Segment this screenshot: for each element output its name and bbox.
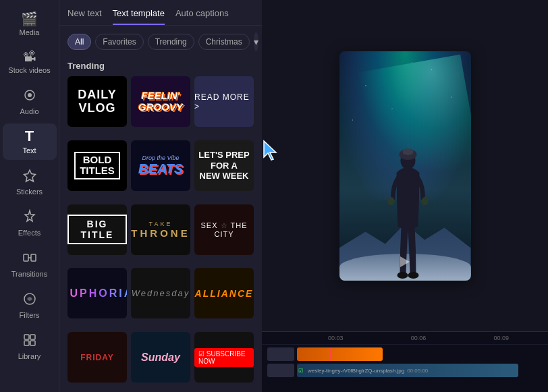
sidebar-label-transitions: Transitions xyxy=(11,270,47,278)
template-grid: DAILYVLOG FEELIN'GROOVY READ MORE > BOLD… xyxy=(59,76,262,392)
filter-christmas[interactable]: Christmas xyxy=(198,34,250,50)
effects-icon xyxy=(22,209,37,226)
svg-rect-7 xyxy=(24,341,29,345)
template-text: Drop the Vibe BEATS xyxy=(138,155,183,177)
media-icon: 🎬 xyxy=(21,12,38,26)
tab-new-text[interactable]: New text xyxy=(67,8,102,25)
template-text: SEX ☆ THE CITY xyxy=(194,221,254,238)
sidebar-item-library[interactable]: Library xyxy=(3,327,57,366)
sidebar-item-effects[interactable]: Effects xyxy=(3,204,57,242)
template-placeholder1[interactable]: FRIDAY xyxy=(67,332,127,383)
clip-duration: 00:05:00 xyxy=(407,368,428,374)
template-subscribe[interactable]: ☑ SUBSCRIBE NOW xyxy=(194,332,254,383)
template-text: TAKE THRONE xyxy=(131,221,190,239)
svg-point-12 xyxy=(403,148,414,155)
sidebar-label-effects: Effects xyxy=(18,229,40,237)
filter-all[interactable]: All xyxy=(67,34,91,50)
track-content-1 xyxy=(297,347,543,361)
clip-filename: wesley-tingey-rV0fBhglrZQ-unsplash.jpg xyxy=(308,368,404,374)
sidebar-item-transitions[interactable]: Transitions xyxy=(3,245,57,283)
template-sex-city[interactable]: SEX ☆ THE CITY xyxy=(194,204,254,255)
sidebar-item-filters[interactable]: Filters xyxy=(3,286,57,325)
sidebar-label-text: Text xyxy=(22,146,36,155)
sidebar-item-text[interactable]: T Text xyxy=(3,123,57,160)
template-feelin-groovy[interactable]: FEELIN'GROOVY xyxy=(131,76,190,127)
template-text: READ MORE > xyxy=(194,92,254,111)
filter-bar: All Favorites Trending Christmas ▾ xyxy=(59,26,262,58)
svg-rect-5 xyxy=(24,335,29,339)
preview-video xyxy=(339,51,471,281)
preview-canvas xyxy=(262,0,548,331)
template-text: FEELIN'GROOVY xyxy=(138,90,183,113)
text-icon: T xyxy=(25,129,34,144)
template-sunday[interactable]: Sunday xyxy=(131,332,190,383)
clip-checkmark: ☑ xyxy=(298,368,303,374)
svg-rect-3 xyxy=(31,254,36,261)
svg-rect-8 xyxy=(30,341,35,345)
template-text: FRIDAY xyxy=(80,353,114,362)
sidebar-label-filters: Filters xyxy=(20,311,40,319)
preview-area: 00:03 00:06 00:09 ☑ wesley-tingey-rV0fBh… xyxy=(262,0,548,392)
filter-favorites[interactable]: Favorites xyxy=(95,34,143,50)
timeline: 00:03 00:06 00:09 ☑ wesley-tingey-rV0fBh… xyxy=(262,331,548,392)
template-text: DAILYVLOG xyxy=(78,88,116,115)
track-head-2 xyxy=(267,364,294,377)
panel-tabs: New text Text template Auto captions xyxy=(59,0,262,26)
template-text: ALLIANCE xyxy=(195,288,254,299)
ruler-mark-3: 00:09 xyxy=(460,335,543,341)
svg-point-16 xyxy=(408,272,419,279)
svg-point-15 xyxy=(398,272,408,279)
library-icon xyxy=(22,333,37,349)
timeline-ruler: 00:03 00:06 00:09 xyxy=(262,332,548,345)
ruler-mark-1: 00:03 xyxy=(294,335,377,341)
stock-icon: 📽 xyxy=(23,50,36,63)
sidebar-label-media: Media xyxy=(20,28,40,36)
template-text: ☑ SUBSCRIBE NOW xyxy=(194,348,254,367)
timeline-needle xyxy=(329,347,331,361)
track-head-1 xyxy=(267,347,294,361)
filter-trending[interactable]: Trending xyxy=(148,34,194,50)
ruler-mark-2: 00:06 xyxy=(377,335,460,341)
template-bold-titles[interactable]: BOLDTITLES xyxy=(67,140,127,191)
filters-icon xyxy=(22,291,37,308)
template-text: EUPHORIA xyxy=(67,287,127,300)
clip-orange[interactable] xyxy=(297,347,383,361)
svg-point-14 xyxy=(422,197,429,205)
sidebar-item-stock[interactable]: 📽 Stock videos xyxy=(3,45,57,80)
stickers-icon xyxy=(22,168,37,185)
timeline-tracks: ☑ wesley-tingey-rV0fBhglrZQ-unsplash.jpg… xyxy=(262,345,548,392)
template-daily-vlog[interactable]: DAILYVLOG xyxy=(67,76,127,127)
clip-video[interactable]: ☑ wesley-tingey-rV0fBhglrZQ-unsplash.jpg… xyxy=(297,364,518,377)
track-content-2: ☑ wesley-tingey-rV0fBhglrZQ-unsplash.jpg… xyxy=(297,364,543,377)
transitions-icon xyxy=(22,250,37,267)
sidebar-item-audio[interactable]: Audio xyxy=(3,82,57,121)
sidebar-item-stickers[interactable]: Stickers xyxy=(3,163,57,201)
template-lets-prep[interactable]: LET'S PREPFOR ANEW WEEK xyxy=(194,140,254,191)
tab-text-template[interactable]: Text template xyxy=(113,8,165,25)
track-1 xyxy=(267,347,543,361)
template-drop-beats[interactable]: Drop the Vibe BEATS xyxy=(131,140,190,191)
template-big-title[interactable]: BIG TITLE xyxy=(67,204,127,255)
sidebar-label-library: Library xyxy=(18,352,41,360)
template-text: LET'S PREPFOR ANEW WEEK xyxy=(198,150,249,181)
tab-auto-captions[interactable]: Auto captions xyxy=(175,8,229,25)
template-text: Wednesday xyxy=(132,288,190,298)
track-2: ☑ wesley-tingey-rV0fBhglrZQ-unsplash.jpg… xyxy=(267,364,543,377)
sidebar: 🎬 Media 📽 Stock videos Audio T Text Stic… xyxy=(0,0,59,392)
sidebar-item-media[interactable]: 🎬 Media xyxy=(3,7,57,42)
template-alliance[interactable]: ALLIANCE xyxy=(194,268,254,318)
audio-icon xyxy=(22,88,37,105)
template-text: Sunday xyxy=(141,352,180,364)
template-read-more[interactable]: READ MORE > xyxy=(194,76,254,127)
svg-point-13 xyxy=(388,197,395,205)
svg-point-1 xyxy=(28,93,32,97)
template-euphoria[interactable]: EUPHORIA xyxy=(67,268,127,318)
filter-more-button[interactable]: ▾ xyxy=(254,32,258,51)
trending-section-label: Trending xyxy=(59,58,262,76)
play-button[interactable] xyxy=(400,256,410,267)
template-wednesday[interactable]: Wednesday xyxy=(131,268,190,318)
play-button-area xyxy=(400,256,410,267)
template-text: BIG TITLE xyxy=(67,215,127,244)
template-take-throne[interactable]: TAKE THRONE xyxy=(131,204,190,255)
svg-rect-2 xyxy=(24,254,28,261)
